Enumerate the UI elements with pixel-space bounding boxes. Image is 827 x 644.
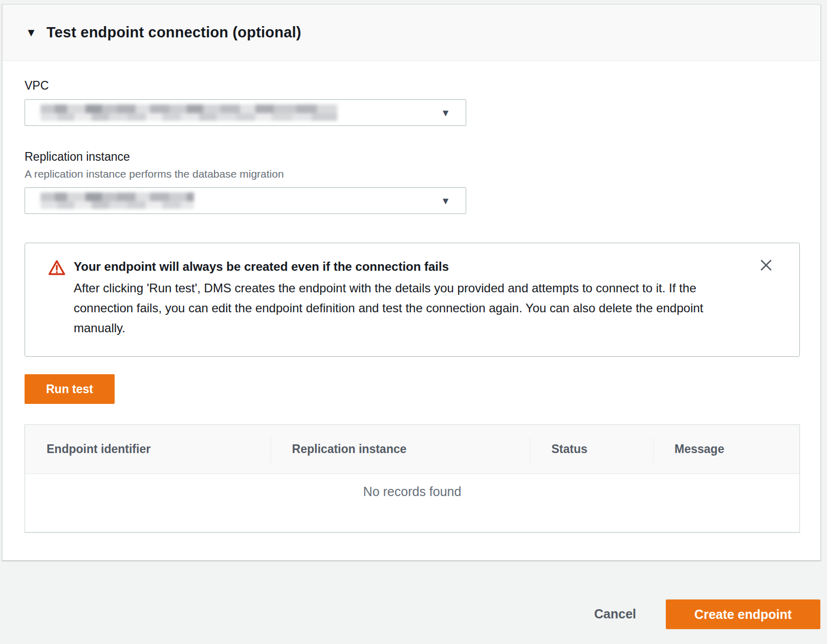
warning-alert: Your endpoint will always be created eve… bbox=[25, 243, 800, 357]
cancel-button[interactable]: Cancel bbox=[584, 599, 646, 629]
warning-triangle-icon bbox=[48, 260, 66, 278]
replication-instance-label: Replication instance bbox=[25, 149, 800, 164]
alert-title: Your endpoint will always be created eve… bbox=[74, 259, 723, 275]
vpc-select-caret-icon: ▼ bbox=[441, 108, 450, 118]
alert-content: Your endpoint will always be created eve… bbox=[74, 259, 723, 338]
form-actions-footer: Cancel Create endpoint bbox=[0, 561, 827, 641]
panel-body: VPC ▼ Replication instance A replication… bbox=[3, 61, 820, 560]
replication-instance-select-caret-icon: ▼ bbox=[441, 196, 450, 206]
replication-instance-field: Replication instance A replication insta… bbox=[25, 149, 800, 214]
column-header-status: Status bbox=[530, 425, 653, 474]
replication-instance-redacted-value bbox=[40, 192, 194, 209]
vpc-label: VPC bbox=[25, 78, 800, 93]
column-header-endpoint-identifier: Endpoint identifier bbox=[25, 425, 271, 474]
column-header-message: Message bbox=[653, 425, 799, 474]
replication-instance-select[interactable]: ▼ bbox=[25, 187, 466, 214]
run-test-button[interactable]: Run test bbox=[25, 374, 115, 404]
vpc-field: VPC ▼ bbox=[25, 78, 800, 126]
close-icon[interactable] bbox=[757, 256, 775, 274]
alert-body: After clicking 'Run test', DMS creates t… bbox=[74, 278, 723, 338]
panel-header-toggle[interactable]: ▼ Test endpoint connection (optional) bbox=[3, 5, 820, 61]
table-empty-state: No records found bbox=[25, 474, 799, 532]
test-endpoint-connection-panel: ▼ Test endpoint connection (optional) VP… bbox=[2, 4, 821, 561]
vpc-select[interactable]: ▼ bbox=[25, 99, 466, 126]
create-endpoint-button[interactable]: Create endpoint bbox=[666, 599, 820, 629]
page-title: Test endpoint connection (optional) bbox=[47, 24, 301, 41]
table-header-row: Endpoint identifier Replication instance… bbox=[25, 425, 799, 474]
connection-results-table: Endpoint identifier Replication instance… bbox=[25, 424, 800, 532]
vpc-redacted-value bbox=[40, 104, 337, 121]
caret-down-icon: ▼ bbox=[26, 27, 37, 38]
replication-instance-description: A replication instance performs the data… bbox=[25, 167, 800, 181]
column-header-replication-instance: Replication instance bbox=[271, 425, 530, 474]
